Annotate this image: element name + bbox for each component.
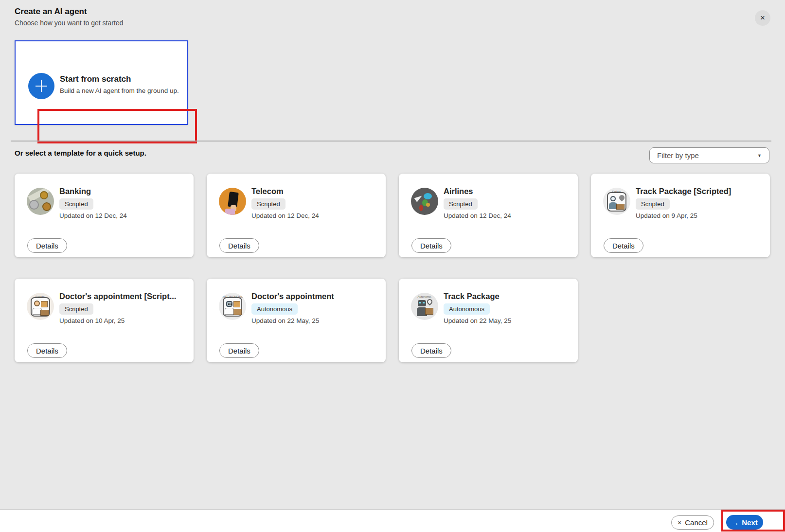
card-type-badge: Scripted	[59, 303, 93, 315]
start-from-scratch-title: Start from scratch	[60, 74, 131, 84]
template-card[interactable]: Telecom Scripted Updated on 12 Dec, 24 D…	[207, 174, 386, 257]
avatar-label: AUTONOMOUS	[219, 295, 246, 298]
template-card[interactable]: AUTONOMOUS Doctor's appointment Autonomo…	[207, 279, 386, 362]
card-updated-date: Updated on 9 Apr, 25	[636, 212, 697, 219]
arrow-right-icon: →	[731, 518, 739, 527]
dialog-title: Create an AI agent	[15, 7, 87, 17]
details-button[interactable]: Details	[27, 343, 67, 358]
template-card[interactable]: Autonomo. Track Package Autonomous Updat…	[399, 279, 578, 362]
card-type-badge: Scripted	[636, 198, 670, 210]
robot-package-pin-illustration: Autonomo.	[411, 293, 438, 320]
card-title: Track Package [Scripted]	[636, 187, 731, 196]
template-cards-grid: Banking Scripted Updated on 12 Dec, 24 D…	[15, 174, 770, 362]
courier-package-pin-illustration: Scripts.	[603, 188, 630, 215]
card-updated-date: Updated on 10 Apr, 25	[59, 317, 125, 324]
section-divider	[11, 141, 771, 142]
footer-bar: × Cancel → Next	[0, 509, 785, 532]
template-card[interactable]: Scripts. Track Package [Scripted] Script…	[591, 174, 770, 257]
hand-holding-phone-photo	[219, 188, 246, 215]
cancel-x-icon: ×	[678, 519, 681, 527]
details-button[interactable]: Details	[27, 238, 67, 253]
card-title: Doctor's appointment [Script...	[59, 292, 176, 301]
card-updated-date: Updated on 12 Dec, 24	[59, 212, 127, 219]
card-updated-date: Updated on 22 May, 25	[444, 317, 511, 324]
details-button[interactable]: Details	[219, 238, 259, 253]
card-type-badge: Autonomous	[444, 303, 490, 315]
doctor-calendar-illustration: Scripte.	[27, 293, 54, 320]
card-title: Track Package	[444, 292, 500, 301]
create-ai-agent-dialog: Create an AI agent Choose how you want t…	[0, 0, 785, 532]
templates-heading: Or select a template for a quick setup.	[15, 149, 146, 157]
world-map-paper-plane-photo	[411, 188, 438, 215]
filter-by-type-dropdown[interactable]: Filter by type ▼	[649, 147, 769, 163]
close-button[interactable]: ×	[755, 10, 770, 26]
next-button[interactable]: → Next	[726, 515, 763, 530]
cancel-button[interactable]: × Cancel	[671, 515, 714, 530]
template-card[interactable]: Scripte. Doctor's appointment [Script...…	[15, 279, 194, 362]
card-title: Telecom	[251, 187, 284, 196]
cancel-label: Cancel	[685, 518, 708, 527]
card-type-badge: Scripted	[251, 198, 285, 210]
avatar-label: Scripte.	[27, 295, 54, 298]
coins-currency-photo	[27, 188, 54, 215]
details-button[interactable]: Details	[219, 343, 259, 358]
details-button[interactable]: Details	[604, 238, 643, 253]
card-updated-date: Updated on 22 May, 25	[251, 317, 319, 324]
card-title: Airlines	[444, 187, 473, 196]
card-type-badge: Scripted	[444, 198, 478, 210]
details-button[interactable]: Details	[411, 238, 451, 253]
card-title: Doctor's appointment	[251, 292, 334, 301]
start-from-scratch-card[interactable]: Start from scratch Build a new AI agent …	[15, 40, 188, 125]
template-card[interactable]: Airlines Scripted Updated on 12 Dec, 24 …	[399, 174, 578, 257]
card-title: Banking	[59, 187, 91, 196]
plus-icon	[28, 73, 54, 99]
next-label: Next	[742, 518, 758, 527]
start-from-scratch-description: Build a new AI agent from the ground up.	[60, 87, 179, 94]
card-updated-date: Updated on 12 Dec, 24	[444, 212, 511, 219]
avatar-label: Scripts.	[603, 190, 630, 193]
chevron-down-icon: ▼	[757, 153, 762, 158]
card-type-badge: Scripted	[59, 198, 93, 210]
details-button[interactable]: Details	[411, 343, 451, 358]
template-card[interactable]: Banking Scripted Updated on 12 Dec, 24 D…	[15, 174, 194, 257]
avatar-label: Autonomo.	[411, 295, 438, 298]
card-type-badge: Autonomous	[251, 303, 298, 315]
filter-dropdown-value: Filter by type	[657, 151, 757, 160]
card-updated-date: Updated on 12 Dec, 24	[251, 212, 319, 219]
annotation-box-scratch	[37, 109, 197, 143]
robot-doctor-calendar-illustration: AUTONOMOUS	[219, 293, 246, 320]
dialog-subtitle: Choose how you want to get started	[15, 19, 123, 27]
close-icon: ×	[760, 13, 765, 23]
